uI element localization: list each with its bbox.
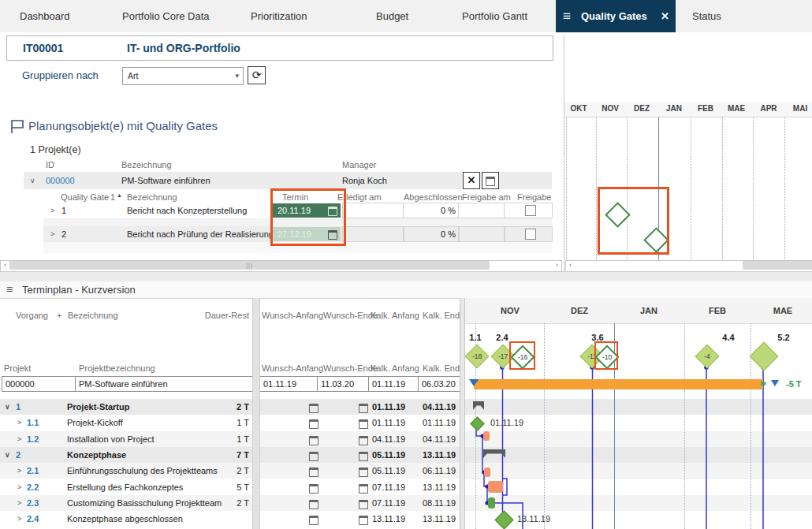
expand-icon[interactable]: > — [17, 495, 21, 511]
sort-indicator[interactable]: 1 — [110, 192, 115, 202]
project-name: PM-Software einführen — [121, 172, 210, 189]
calendar-icon[interactable] — [309, 452, 318, 461]
section-divider[interactable] — [0, 271, 812, 282]
gantt-hscrollbar[interactable]: ‹ — [565, 260, 812, 272]
expand-icon[interactable]: > — [17, 415, 21, 430]
scrollbar-thumb[interactable] — [743, 261, 812, 270]
calendar-icon[interactable] — [309, 468, 318, 477]
task-number[interactable]: 1 — [16, 399, 20, 415]
group-by-select[interactable]: Art ▾ — [122, 67, 244, 85]
task-row[interactable]: > 2.2 Erstellung des Fachkonzeptes 5 T 0… — [0, 479, 460, 495]
project-name-field[interactable]: PM-Software einführen — [75, 376, 255, 392]
task-bar-1-2[interactable] — [483, 431, 490, 441]
expand-icon[interactable]: > — [50, 226, 54, 242]
calendar-icon[interactable] — [309, 516, 318, 525]
calendar-icon[interactable] — [309, 436, 318, 445]
task-row[interactable]: ∨ 2 Konzeptphase 7 T 05.11.19 13.11.19 — [0, 447, 460, 463]
calendar-icon[interactable] — [309, 484, 318, 494]
phase2-summary-bracket[interactable] — [483, 449, 505, 459]
calendar-icon[interactable] — [359, 452, 368, 461]
collapse-icon[interactable]: ∨ — [5, 399, 10, 415]
phase1-summary-bracket[interactable] — [473, 401, 484, 411]
expand-icon[interactable]: > — [17, 479, 21, 495]
task-row[interactable]: > 2.1 Einführungsschulung des Projekttea… — [0, 463, 460, 479]
calendar-button[interactable] — [482, 172, 499, 189]
tab-close-icon[interactable]: ✕ — [661, 0, 669, 32]
tab-portfolio-core-data[interactable]: Portfolio Core Data — [122, 0, 210, 32]
task-number[interactable]: 2.1 — [27, 463, 39, 479]
calendar-icon[interactable] — [359, 404, 368, 413]
calendar-icon[interactable] — [309, 500, 318, 509]
calendar-icon[interactable] — [359, 516, 368, 525]
collapse-icon[interactable]: ∨ — [30, 172, 35, 189]
project-summary-bar[interactable] — [474, 379, 763, 389]
expand-icon[interactable]: > — [50, 203, 54, 218]
refresh-button[interactable]: ⟳ — [248, 66, 266, 84]
task-row[interactable]: > 1.1 Projekt-Kickoff 1 T 01.11.19 01.11… — [0, 415, 460, 430]
calendar-icon[interactable] — [359, 484, 368, 494]
gate2-abgeschlossen-cell[interactable]: 0 % — [403, 226, 460, 242]
chevron-down-icon[interactable]: ▾ — [235, 68, 239, 84]
task-row[interactable]: > 2.4 Konzeptphase abgeschlossen 13.11.1… — [0, 511, 460, 527]
calendar-icon[interactable] — [359, 419, 368, 429]
task-row[interactable]: > 1.2 Installation von Project 1 T 04.11… — [0, 431, 460, 447]
column-splitter[interactable] — [252, 298, 260, 529]
calendar-icon[interactable] — [359, 436, 368, 445]
gantt-highlight-box — [598, 187, 669, 255]
gate2-erledigt-cell[interactable] — [342, 226, 404, 242]
task-name: Installation von Project — [67, 431, 155, 447]
tab-status[interactable]: Status — [692, 0, 721, 32]
tab-prioritization[interactable]: Prioritization — [251, 0, 307, 32]
tab-portfolio-gantt[interactable]: Portfolio Gantt — [462, 0, 527, 32]
task-bar-2-3[interactable] — [488, 497, 495, 509]
scroll-left-icon[interactable]: ‹ — [1, 261, 9, 270]
task-number[interactable]: 1.2 — [27, 431, 39, 447]
calendar-icon[interactable] — [359, 468, 368, 477]
expand-icon[interactable]: > — [17, 511, 21, 527]
scrollbar-thumb[interactable]: ||| — [9, 261, 490, 270]
task-number[interactable]: 1.1 — [27, 415, 39, 430]
scrollbar-grip[interactable]: ||| — [246, 263, 252, 268]
tab-menu-icon[interactable]: ≡ — [563, 0, 571, 32]
clear-filter-button[interactable]: ✕ — [463, 172, 480, 189]
calendar-icon[interactable] — [359, 500, 368, 509]
gate1-freigabe-am-cell[interactable] — [458, 203, 505, 218]
task-bar-2-2[interactable] — [488, 481, 503, 493]
collapse-icon[interactable]: ∨ — [5, 447, 10, 463]
expand-icon[interactable]: > — [17, 431, 21, 447]
kalk-anfang-field[interactable]: 01.11.19 — [368, 376, 419, 392]
sort-asc-icon[interactable]: ▲ — [117, 192, 122, 198]
tab-budget[interactable]: Budget — [376, 0, 408, 32]
gate2-freigabe-checkbox[interactable] — [525, 229, 536, 240]
left-pane-hscrollbar[interactable]: ‹ ||| › — [0, 260, 562, 272]
task-bar-2-1[interactable] — [484, 468, 490, 477]
terminplan-menu-icon[interactable]: ≡ — [6, 281, 13, 298]
wunsch-ende-field[interactable]: 11.03.20 — [317, 376, 370, 392]
add-icon[interactable]: + — [57, 311, 61, 320]
task-number[interactable]: 2.4 — [27, 511, 39, 527]
gate1-freigabe-checkbox[interactable] — [525, 205, 536, 216]
gate1-erledigt-cell[interactable] — [342, 203, 404, 218]
task-row[interactable]: > 2.3 Customizing Basisschulung Projektt… — [0, 495, 460, 511]
wunsch-anfang-field[interactable]: 01.11.19 — [259, 376, 318, 392]
calendar-icon[interactable] — [309, 404, 318, 413]
scroll-right-icon[interactable]: › — [553, 261, 561, 270]
task-row[interactable]: ∨ 1 Projekt-Startup 2 T 01.11.19 04.11.1… — [0, 399, 460, 415]
project-id-link[interactable]: 000000 — [46, 172, 75, 189]
table-gantt-splitter[interactable] — [460, 298, 465, 529]
tab-dashboard[interactable]: Dashboard — [20, 0, 70, 32]
gate2-freigabe-am-cell[interactable] — [458, 226, 505, 242]
task-number[interactable]: 2 — [16, 447, 20, 463]
project-id-field[interactable]: 000000 — [2, 376, 76, 392]
tab-quality-gates-active[interactable]: ≡ Quality Gates ✕ — [556, 0, 676, 32]
kalk-ende-field[interactable]: 06.03.20 — [418, 376, 464, 392]
scroll-left-icon[interactable]: ‹ — [566, 261, 575, 270]
calendar-icon[interactable] — [309, 419, 318, 429]
gate1-abgeschlossen-cell[interactable]: 0 % — [403, 203, 460, 218]
task-number[interactable]: 2.2 — [27, 479, 39, 495]
expand-icon[interactable]: > — [17, 463, 21, 479]
termin-highlight-box — [270, 188, 346, 246]
task-number[interactable]: 2.3 — [27, 495, 39, 511]
tab-bar: Dashboard Portfolio Core Data Prioritiza… — [0, 0, 812, 32]
task-kalk-ende: 06.11.19 — [423, 463, 456, 479]
